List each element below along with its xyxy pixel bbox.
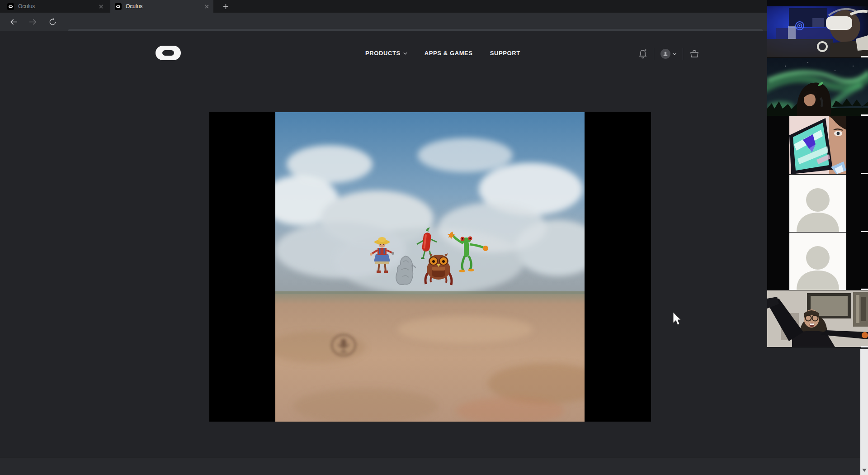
screen: Oculus Oculus xyxy=(0,0,868,475)
oculus-favicon xyxy=(115,3,122,10)
video-call-sidebar xyxy=(767,0,868,347)
footer-zone xyxy=(0,458,861,475)
mouse-cursor xyxy=(673,312,683,326)
participant-video-screen-closeup[interactable] xyxy=(767,116,868,174)
video-edge-marker xyxy=(861,173,868,174)
tab-close-icon[interactable] xyxy=(99,5,103,9)
video-edge-marker xyxy=(861,56,868,57)
user-avatar-icon xyxy=(660,49,670,59)
cast-frame xyxy=(209,112,651,422)
browser-toolbar: https://www.oculus.com/casting 2 xyxy=(0,13,868,31)
header-icons xyxy=(638,48,699,60)
divider xyxy=(654,48,654,60)
tab-close-icon[interactable] xyxy=(205,5,209,9)
nav-apps-games[interactable]: APPS & GAMES xyxy=(425,50,473,57)
page-scrollbar[interactable] xyxy=(860,349,868,475)
nav-support-label: SUPPORT xyxy=(490,50,520,57)
nav-support[interactable]: SUPPORT xyxy=(490,50,520,57)
tab-oculus-inactive[interactable]: Oculus xyxy=(3,0,108,13)
tab-title: Oculus xyxy=(18,3,95,10)
site-nav: PRODUCTS APPS & GAMES SUPPORT xyxy=(365,50,520,57)
tab-title: Oculus xyxy=(126,3,201,10)
participant-video-avatar-placeholder[interactable] xyxy=(767,175,868,232)
video-edge-marker xyxy=(861,346,868,347)
participant-video-vr-headset-player[interactable] xyxy=(767,0,868,57)
chevron-down-icon xyxy=(403,52,407,55)
oculus-page: PRODUCTS APPS & GAMES SUPPORT xyxy=(0,31,868,475)
tab-bar: Oculus Oculus xyxy=(0,0,868,13)
video-edge-marker xyxy=(861,231,868,232)
tab-oculus-active[interactable]: Oculus xyxy=(110,0,213,13)
new-tab-button[interactable] xyxy=(220,1,231,11)
participant-video-arm-raised[interactable] xyxy=(767,290,868,347)
refresh-button[interactable] xyxy=(47,17,58,26)
cart-basket-icon[interactable] xyxy=(689,49,699,58)
notification-bell-icon[interactable] xyxy=(638,49,647,59)
nav-apps-games-label: APPS & GAMES xyxy=(425,50,473,57)
nav-products[interactable]: PRODUCTS xyxy=(365,50,407,57)
oculus-logo[interactable] xyxy=(156,46,181,60)
video-edge-marker xyxy=(861,114,868,116)
chevron-down-icon xyxy=(673,53,676,55)
forward-button[interactable] xyxy=(27,17,38,26)
participant-video-aurora[interactable] xyxy=(767,58,868,116)
divider xyxy=(683,48,683,60)
cast-video-vr-scene xyxy=(275,112,585,422)
nav-products-label: PRODUCTS xyxy=(365,50,401,57)
video-edge-marker xyxy=(861,289,868,290)
account-menu[interactable] xyxy=(660,49,676,59)
back-button[interactable] xyxy=(8,17,19,26)
oculus-favicon xyxy=(7,3,14,10)
scrollbar-down-arrow-icon[interactable] xyxy=(862,469,867,472)
participant-video-avatar-placeholder[interactable] xyxy=(767,233,868,290)
